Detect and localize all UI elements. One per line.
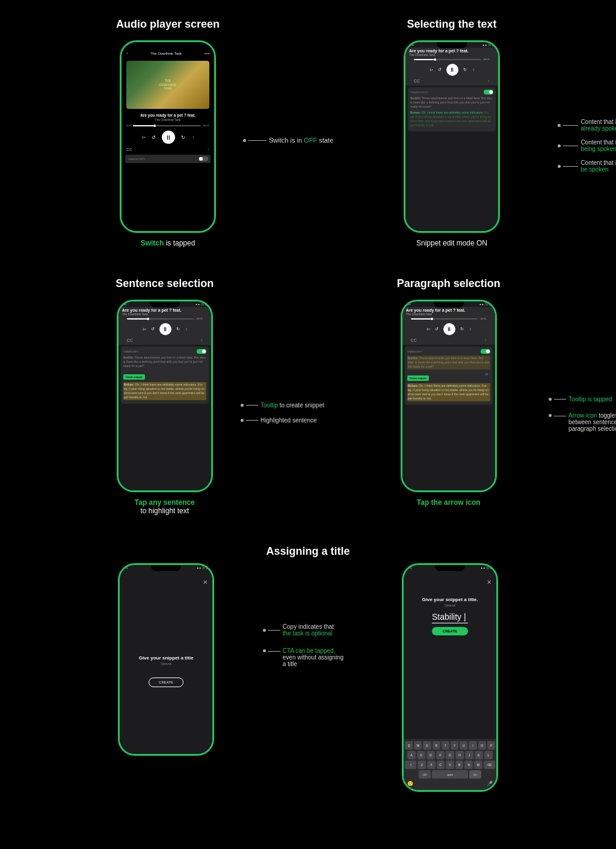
para-cc[interactable]: CC	[411, 338, 417, 342]
forward-icon[interactable]: ↻	[181, 135, 185, 140]
sel-forward[interactable]: ↻	[463, 67, 467, 72]
sent-share[interactable]: ↑	[200, 338, 203, 342]
key-h[interactable]: H	[455, 751, 464, 759]
audio-player-phone: ‹ The Overthink Tank ••• THEOVERTHINKTAN…	[120, 40, 216, 233]
task-optional-label: the task is optional	[283, 630, 333, 637]
more-options-icon[interactable]: •••	[205, 51, 209, 56]
sentence-container: 9:41 ▲▲ ⬛ 🔋 Are you ready for a pet ? fe…	[117, 300, 213, 492]
sel-moon[interactable]: ☽	[472, 68, 474, 72]
cta-tapped-label: CTA can be tapped,	[283, 647, 336, 654]
key-p[interactable]: P	[487, 741, 495, 750]
highlighted-sentence[interactable]: Rohan: Oh, I think there are definitely …	[123, 382, 206, 400]
key-j[interactable]: J	[465, 751, 473, 759]
speed-control[interactable]: 1×	[142, 135, 146, 139]
key-t[interactable]: T	[442, 741, 449, 750]
row-2: Sentence selection 9:41 ▲▲ ⬛ 🔋 Are you r…	[12, 277, 604, 515]
key-k[interactable]: K	[475, 751, 483, 759]
sent-track-title: Are you ready for a pet ? feat.	[122, 308, 208, 312]
key-g[interactable]: G	[446, 751, 454, 759]
key-u[interactable]: U	[460, 741, 467, 750]
key-q[interactable]: Q	[405, 741, 413, 750]
para-switch[interactable]	[481, 349, 490, 354]
sent-forward[interactable]: ↻	[176, 327, 180, 332]
key-n[interactable]: N	[464, 761, 473, 769]
sel-speed[interactable]: 1×	[430, 68, 433, 72]
sel-progress-thumb	[434, 58, 436, 61]
para-progress: -46:01	[406, 316, 491, 321]
sel-time: -46:01	[483, 58, 490, 61]
ts-create-btn-1[interactable]: CREATE	[149, 678, 183, 687]
close-icon-1[interactable]: ✕	[203, 579, 208, 585]
sel-controls: 1× ↺ ⏸ ↻ ☽	[409, 62, 494, 78]
key-z[interactable]: Z	[417, 761, 426, 769]
key-x[interactable]: X	[427, 761, 436, 769]
ts-label-2: Give your snippet a title.	[422, 597, 478, 602]
key-o[interactable]: O	[478, 741, 486, 750]
para-transcript: TRANSCRIPT Surbhi: Those attachments jus…	[405, 347, 493, 405]
signal-icons: ▲▲ ⬛ 🔋	[482, 43, 494, 46]
ann-line-tobe	[563, 166, 578, 167]
progress-bar[interactable]	[133, 125, 201, 126]
sel-pause-btn[interactable]: ⏸	[446, 64, 458, 76]
key-f[interactable]: F	[436, 751, 445, 759]
moon-icon[interactable]: ☽	[191, 135, 194, 139]
sentence-selection-section: Sentence selection 9:41 ▲▲ ⬛ 🔋 Are you r…	[116, 277, 214, 515]
key-v[interactable]: V	[446, 761, 454, 769]
key-c[interactable]: C	[437, 761, 445, 769]
pause-button[interactable]: ⏸	[162, 131, 175, 144]
para-create-snippet-tooltip[interactable]: Create snippet	[407, 375, 429, 381]
transcript-switch[interactable]	[199, 156, 208, 161]
emoji-icon[interactable]: 🙂	[407, 781, 413, 786]
rewind-icon[interactable]: ↺	[152, 135, 156, 140]
key-r[interactable]: R	[433, 741, 440, 750]
sentence-caption: Tap any sentence to highlight text	[135, 498, 195, 515]
key-go[interactable]: Go	[469, 770, 481, 779]
subtitle-icon[interactable]: CC	[126, 147, 132, 152]
create-snippet-tooltip[interactable]: Create snippet	[123, 374, 145, 380]
ann-text-opt: Copy indicates thatthe task is optional	[283, 623, 334, 637]
para-highlighted[interactable]: Rohan: Oh, I think there are definitely …	[407, 383, 490, 401]
close-icon-2[interactable]: ✕	[487, 579, 491, 585]
key-l[interactable]: L	[484, 751, 493, 759]
key-e[interactable]: E	[423, 741, 431, 750]
sel-rewind[interactable]: ↺	[438, 67, 442, 72]
key-d[interactable]: D	[427, 751, 435, 759]
key-a[interactable]: A	[407, 751, 416, 759]
sent-pause[interactable]: ⏸	[159, 323, 171, 335]
sent-switch[interactable]	[197, 349, 206, 354]
sent-progress-bar[interactable]	[127, 318, 194, 320]
sent-moon[interactable]: ☽	[185, 327, 187, 331]
key-123[interactable]: 123	[419, 770, 431, 779]
ts-create-btn-2[interactable]: CREATE	[432, 627, 468, 635]
para-share[interactable]: ↑	[484, 338, 487, 342]
key-y[interactable]: Y	[451, 741, 458, 750]
para-pause[interactable]: ⏸	[443, 323, 455, 335]
arrow-toggle-icon[interactable]: ⟳	[484, 371, 490, 377]
key-w[interactable]: W	[414, 741, 422, 750]
mic-icon[interactable]: 🎤	[487, 781, 493, 786]
key-backspace[interactable]: ⌫	[484, 761, 495, 769]
para-rewind[interactable]: ↺	[435, 327, 439, 332]
key-m[interactable]: M	[474, 761, 482, 769]
sent-speed[interactable]: 1×	[143, 327, 146, 331]
key-i[interactable]: I	[469, 741, 476, 750]
ap-progress: 0:13 -46:13	[122, 123, 214, 128]
sel-share[interactable]: ↑	[488, 79, 490, 83]
para-forward[interactable]: ↻	[460, 327, 464, 332]
sent-rewind[interactable]: ↺	[151, 327, 155, 332]
key-b[interactable]: B	[455, 761, 464, 769]
para-progress-bar[interactable]	[411, 318, 478, 320]
key-shift[interactable]: ⇧	[405, 761, 416, 769]
key-s[interactable]: S	[417, 751, 425, 759]
sel-track-info: Are you ready for a pet ? feat. The Over…	[405, 48, 498, 85]
sel-progress-bar[interactable]	[414, 59, 481, 60]
para-moon[interactable]: ☽	[469, 327, 471, 331]
ts-input-value-2[interactable]: Stability |	[432, 612, 468, 623]
tp-switch[interactable]	[484, 90, 493, 94]
key-space[interactable]: space	[432, 770, 468, 779]
para-speed[interactable]: 1×	[427, 327, 430, 331]
sel-cc[interactable]: CC	[414, 79, 420, 83]
para-caption-green: Tap the arrow icon	[417, 498, 481, 507]
sent-cc[interactable]: CC	[127, 338, 133, 342]
share-icon[interactable]: ↑	[208, 147, 210, 152]
